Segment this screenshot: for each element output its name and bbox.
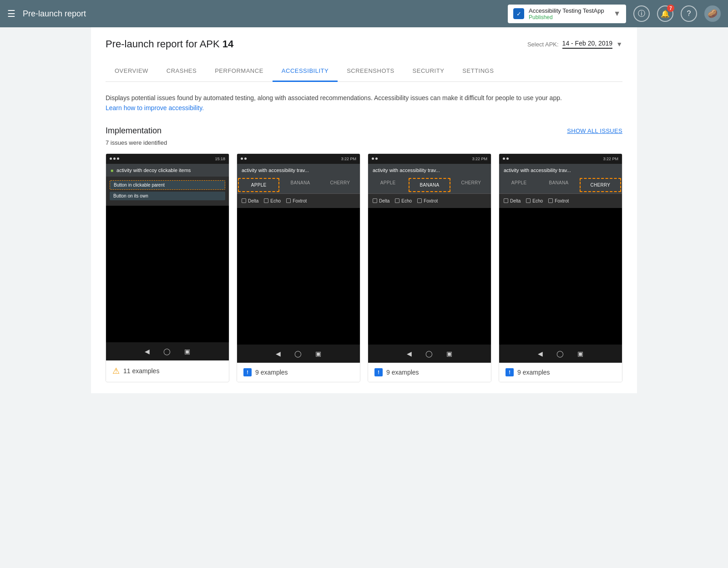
device-tab-banana-3: BANANA xyxy=(409,178,450,192)
tab-accessibility[interactable]: ACCESSIBILITY xyxy=(273,61,338,82)
status-icon xyxy=(241,157,243,160)
learn-more-link[interactable]: Learn how to improve accessibility. xyxy=(106,104,204,112)
status-time-2: 3:22 PM xyxy=(341,157,356,161)
recents-button-icon: ▣ xyxy=(577,350,583,357)
notification-button[interactable]: 🔔 7 xyxy=(657,5,673,22)
device-tab-banana-2: BANANA xyxy=(280,177,320,193)
device-black-area-2 xyxy=(237,208,360,345)
status-icon xyxy=(113,157,116,160)
screen1-overlay: Button in clickable parent Button on its… xyxy=(106,177,229,206)
checkbox-echo-3: Echo xyxy=(395,198,412,203)
status-icon xyxy=(372,157,374,160)
android-nav-2: ◀ ◯ ▣ xyxy=(237,345,360,363)
help-button[interactable]: ? xyxy=(681,5,697,22)
app-selector-info: Accessibility Testing TestApp Published xyxy=(529,7,609,20)
screenshots-row: 15:18 ■ activity with decoy clickable it… xyxy=(106,153,622,382)
app-selector[interactable]: ✓ Accessibility Testing TestApp Publishe… xyxy=(508,5,626,23)
status-icon xyxy=(375,157,378,160)
app-header-4: activity with accessibility trav... xyxy=(499,164,622,177)
device-checkboxes-4: Delta Echo Foxtrot xyxy=(499,194,622,208)
recents-button-icon: ▣ xyxy=(315,350,321,357)
device-screen-2: 3:22 PM activity with accessibility trav… xyxy=(237,154,360,363)
back-button-icon: ◀ xyxy=(538,350,543,357)
section-title: Implementation xyxy=(106,126,162,136)
user-avatar[interactable]: 🥔 xyxy=(704,5,721,22)
status-time-1: 15:18 xyxy=(215,157,225,161)
tab-overview[interactable]: OVERVIEW xyxy=(106,61,157,82)
tab-screenshots[interactable]: SCREENSHOTS xyxy=(338,61,403,82)
checkbox-echo-2: Echo xyxy=(264,198,281,203)
device-tab-bar-2: APPLE BANANA CHERRY xyxy=(237,177,360,194)
info-icon-2: ! xyxy=(243,368,252,376)
examples-count-2: 9 examples xyxy=(255,369,288,376)
status-icon xyxy=(506,157,509,160)
examples-count-3: 9 examples xyxy=(386,369,419,376)
tab-crashes[interactable]: CRASHES xyxy=(157,61,206,82)
device-tab-apple-2: APPLE xyxy=(238,178,279,192)
hamburger-menu-icon[interactable]: ☰ xyxy=(7,8,15,19)
info-icon-3: ! xyxy=(374,368,383,376)
device-tab-banana-4: BANANA xyxy=(539,177,578,193)
app-name: Accessibility Testing TestApp xyxy=(529,7,609,14)
home-button-icon: ◯ xyxy=(556,350,564,357)
apk-selector[interactable]: Select APK: 14 - Feb 20, 2019 ▼ xyxy=(527,40,622,49)
tab-security[interactable]: SECURITY xyxy=(404,61,454,82)
app-header-2: activity with accessibility trav... xyxy=(237,164,360,177)
device-card-4: 3:22 PM activity with accessibility trav… xyxy=(499,153,622,382)
app-header-text-1: activity with decoy clickable items xyxy=(116,167,191,173)
device-tab-apple-4: APPLE xyxy=(499,177,539,193)
back-button-icon: ◀ xyxy=(145,348,150,355)
device-caption-2: ! 9 examples xyxy=(237,363,360,382)
checkbox-echo-4: Echo xyxy=(526,198,543,203)
device-checkboxes-2: Delta Echo Foxtrot xyxy=(237,194,360,208)
notification-badge: 7 xyxy=(667,5,674,12)
issues-count: 7 issues were identified xyxy=(106,139,622,146)
device-screen-3: 3:22 PM activity with accessibility trav… xyxy=(368,154,491,363)
app-status: Published xyxy=(529,14,609,20)
apk-dropdown-arrow-icon[interactable]: ▼ xyxy=(616,41,622,48)
device-tab-cherry-4: CHERRY xyxy=(580,178,621,192)
device-caption-3: ! 9 examples xyxy=(368,363,491,382)
tooltip-clickable-parent: Button in clickable parent xyxy=(110,180,225,190)
status-time-4: 3:22 PM xyxy=(603,157,618,161)
main-content: Pre-launch report for APK 14 Select APK:… xyxy=(91,27,637,393)
status-bar-3: 3:22 PM xyxy=(368,154,491,164)
page-title: Pre-launch report for APK 14 xyxy=(106,38,233,50)
device-black-area-4 xyxy=(499,208,622,345)
tab-performance[interactable]: PERFORMANCE xyxy=(206,61,273,82)
info-button[interactable]: ⓘ xyxy=(633,5,650,22)
device-card-2: 3:22 PM activity with accessibility trav… xyxy=(237,153,360,382)
device-screen-4: 3:22 PM activity with accessibility trav… xyxy=(499,154,622,363)
device-tab-cherry-3: CHERRY xyxy=(451,177,491,193)
status-icon xyxy=(110,157,112,160)
status-icon xyxy=(244,157,247,160)
app-header-1: ■ activity with decoy clickable items xyxy=(106,164,229,177)
status-icon xyxy=(503,157,505,160)
status-icon xyxy=(117,157,119,160)
apk-label: Select APK: xyxy=(527,41,559,48)
status-bar-4: 3:22 PM xyxy=(499,154,622,164)
info-icon-4: ! xyxy=(506,368,514,376)
checkbox-delta-3: Delta xyxy=(373,198,389,203)
android-nav-4: ◀ ◯ ▣ xyxy=(499,345,622,363)
app-header-3: activity with accessibility trav... xyxy=(368,164,491,177)
status-bar-2: 3:22 PM xyxy=(237,154,360,164)
status-time-3: 3:22 PM xyxy=(472,157,487,161)
section-header: Implementation SHOW ALL ISSUES xyxy=(106,126,622,136)
show-all-issues-link[interactable]: SHOW ALL ISSUES xyxy=(567,127,622,134)
android-nav-1: ◀ ◯ ▣ xyxy=(106,342,229,360)
device-tab-bar-4: APPLE BANANA CHERRY xyxy=(499,177,622,194)
home-button-icon: ◯ xyxy=(425,350,433,357)
device-screen-1: 15:18 ■ activity with decoy clickable it… xyxy=(106,154,229,360)
tooltip-button-own: Button on its own xyxy=(110,192,225,200)
tab-bar: OVERVIEW CRASHES PERFORMANCE ACCESSIBILI… xyxy=(106,61,622,82)
home-button-icon: ◯ xyxy=(294,350,302,357)
device-caption-4: ! 9 examples xyxy=(499,363,622,382)
checkbox-delta-4: Delta xyxy=(504,198,521,203)
device-tab-bar-3: APPLE BANANA CHERRY xyxy=(368,177,491,194)
examples-count-1: 11 examples xyxy=(123,367,159,375)
tab-settings[interactable]: SETTINGS xyxy=(453,61,503,82)
page-header: Pre-launch report for APK 14 Select APK:… xyxy=(106,38,622,50)
device-tab-apple-3: APPLE xyxy=(368,177,408,193)
checkbox-delta-2: Delta xyxy=(242,198,258,203)
